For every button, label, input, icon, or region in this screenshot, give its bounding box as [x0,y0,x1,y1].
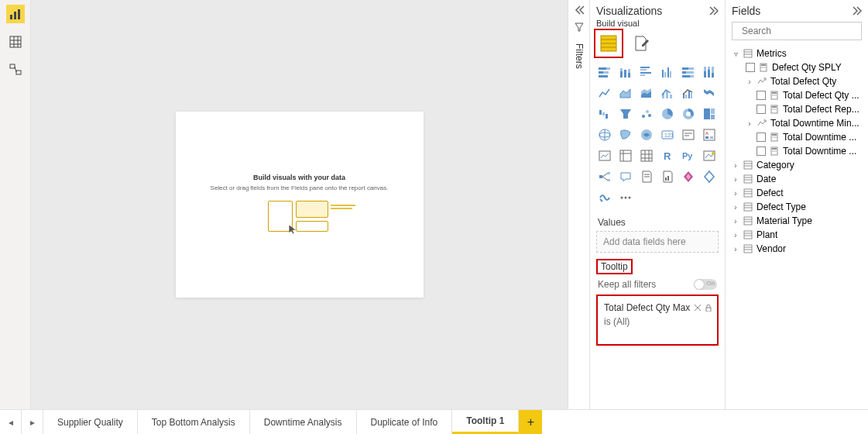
kpi-icon[interactable] [596,147,613,164]
search-input[interactable] [742,26,858,36]
expand-icon[interactable]: › [746,119,753,128]
line-chart-icon[interactable] [596,84,613,102]
azure-map-icon[interactable] [638,126,655,143]
py-visual-icon[interactable]: Py [680,147,697,164]
keep-filters-toggle[interactable]: On [694,279,717,290]
table-item[interactable]: ›Defect [732,186,862,200]
field-item[interactable]: Total Defect Rep... [732,102,862,116]
multi-card-icon[interactable]: A [701,126,718,143]
data-view-icon[interactable] [6,33,25,51]
table-metrics[interactable]: ▿ Metrics [732,46,862,60]
field-item[interactable]: Total Downtime ... [732,144,862,158]
stacked-column-icon[interactable] [617,64,634,81]
line-clustered-column-icon[interactable] [680,84,697,102]
filters-label: Filters [574,43,585,69]
keep-filters-label: Keep all filters [598,279,656,290]
scatter-icon[interactable] [638,105,655,122]
page-tab[interactable]: Supplier Quality [43,410,138,434]
hundred-stacked-bar-icon[interactable] [680,64,697,81]
qa-visual-icon[interactable] [617,168,634,185]
svg-point-123 [774,108,774,109]
more-visuals-icon[interactable] [617,189,634,206]
checkbox[interactable] [756,105,766,114]
page-tab[interactable]: Tooltip 1 [452,410,519,434]
arcgis-icon[interactable] [596,189,613,206]
svg-rect-126 [772,134,777,136]
report-canvas-area[interactable]: Build visuals with your data Select or d… [31,0,568,409]
tab-next-icon[interactable]: ▸ [22,410,43,434]
decomposition-tree-icon[interactable] [596,168,613,185]
fields-search[interactable] [732,22,862,40]
field-item[interactable]: Total Downtime ... [732,130,862,144]
svg-point-124 [775,108,776,109]
checkbox[interactable] [756,91,766,100]
table-item[interactable]: ›Date [732,172,862,186]
donut-icon[interactable] [680,105,697,122]
svg-text:123: 123 [664,133,674,138]
waterfall-icon[interactable] [596,105,613,122]
table-icon[interactable] [638,147,655,164]
funnel-icon[interactable] [617,105,634,122]
map-icon[interactable] [596,126,613,143]
ribbon-chart-icon[interactable] [701,84,718,102]
pie-icon[interactable] [659,105,676,122]
narrative-icon[interactable] [638,168,655,185]
checkbox[interactable] [756,133,766,142]
stacked-bar-icon[interactable] [596,64,613,81]
field-label: Total Downtime Min... [770,118,859,129]
remove-icon[interactable] [694,304,702,312]
page-tab[interactable]: Duplicate of Info [357,410,453,434]
slicer-icon[interactable] [617,147,634,164]
svg-rect-29 [662,70,664,78]
treemap-icon[interactable] [701,105,718,122]
report-canvas[interactable]: Build visuals with your data Select or d… [176,112,424,298]
table-item[interactable]: ›Plant [732,228,862,242]
report-view-icon[interactable] [6,5,25,23]
table-item[interactable]: ›Material Type [732,214,862,228]
field-item[interactable]: ›Total Defect Qty [732,74,862,88]
power-automate-icon[interactable] [701,168,718,185]
power-apps-icon[interactable] [680,168,697,185]
svg-rect-18 [603,71,609,74]
r-visual-icon[interactable]: R [659,147,676,164]
field-item[interactable]: Total Defect Qty ... [732,88,862,102]
page-tab[interactable]: Downtime Analysis [250,410,357,434]
add-page-button[interactable]: + [519,410,542,434]
clustered-column-icon[interactable] [659,64,676,81]
hundred-stacked-column-icon[interactable] [701,64,718,81]
gauge-icon[interactable]: 123 [659,126,676,143]
svg-rect-75 [705,136,708,139]
clustered-bar-icon[interactable] [638,64,655,81]
collapse-right-icon[interactable] [708,5,719,16]
lock-icon[interactable] [705,304,712,312]
collapse-right-icon[interactable] [851,5,862,16]
checkbox[interactable] [746,63,755,72]
tooltip-filter-card[interactable]: Total Defect Qty Max is (All) [596,294,719,346]
field-item[interactable]: Defect Qty SPLY [732,60,862,74]
svg-rect-50 [688,91,690,98]
table-item[interactable]: ›Defect Type [732,200,862,214]
table-item[interactable]: ›Category [732,158,862,172]
card-icon[interactable] [680,126,697,143]
build-visual-button[interactable] [596,31,621,56]
table-item[interactable]: ›Vendor [732,242,862,256]
tab-prev-icon[interactable]: ◂ [0,410,22,434]
measure-icon [758,62,769,73]
checkbox[interactable] [756,146,766,156]
filters-pane-collapsed[interactable]: Filters [568,0,589,409]
line-stacked-column-icon[interactable] [659,84,676,102]
area-chart-icon[interactable] [617,84,634,102]
paginated-icon[interactable] [659,168,676,185]
model-view-icon[interactable] [6,60,25,79]
filled-map-icon[interactable] [617,126,634,143]
format-visual-button[interactable] [629,31,654,56]
field-item[interactable]: ›Total Downtime Min... [732,116,862,130]
svg-rect-40 [704,71,706,78]
stacked-area-icon[interactable] [638,84,655,102]
expand-icon[interactable]: › [746,78,753,86]
page-tab[interactable]: Top Bottom Analysis [138,410,250,434]
values-well[interactable]: Add data fields here [596,231,719,253]
canvas-hint: Select or drag fields from the Fields pa… [211,184,389,192]
expand-left-icon[interactable] [574,5,585,16]
key-influencers-icon[interactable] [701,147,718,164]
